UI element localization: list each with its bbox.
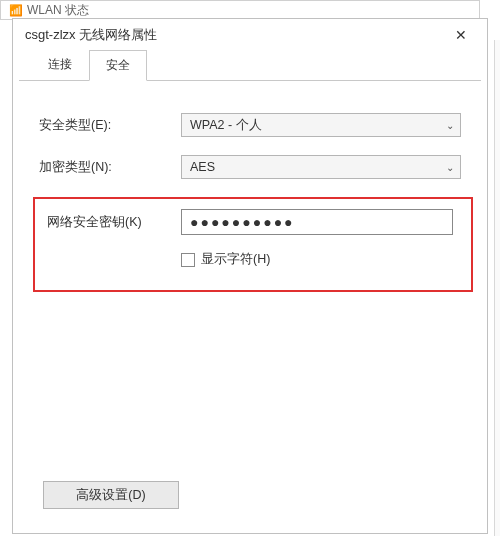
dropdown-value: WPA2 - 个人: [190, 117, 262, 134]
properties-dialog: csgt-zlzx 无线网络属性 ✕ 连接 安全 安全类型(E): WPA2 -…: [12, 18, 488, 534]
row-security-type: 安全类型(E): WPA2 - 个人 ⌄: [39, 113, 461, 137]
label-security-type: 安全类型(E):: [39, 117, 181, 134]
row-network-key: 网络安全密钥(K) ●●●●●●●●●●: [47, 209, 453, 235]
close-button[interactable]: ✕: [443, 21, 479, 49]
dropdown-encryption-type[interactable]: AES ⌄: [181, 155, 461, 179]
dialog-title: csgt-zlzx 无线网络属性: [25, 26, 157, 44]
tab-strip: 连接 安全: [19, 51, 481, 81]
dialog-titlebar: csgt-zlzx 无线网络属性 ✕: [13, 19, 487, 51]
tab-security[interactable]: 安全: [89, 50, 147, 81]
parent-window-titlebar: 📶 WLAN 状态: [0, 0, 480, 20]
row-encryption-type: 加密类型(N): AES ⌄: [39, 155, 461, 179]
input-network-key[interactable]: ●●●●●●●●●●: [181, 209, 453, 235]
label-show-chars: 显示字符(H): [201, 251, 270, 268]
label-encryption-type: 加密类型(N):: [39, 159, 181, 176]
chevron-down-icon: ⌄: [446, 162, 454, 173]
advanced-settings-button[interactable]: 高级设置(D): [43, 481, 179, 509]
checkbox-show-chars[interactable]: [181, 253, 195, 267]
right-margin: [494, 40, 500, 536]
dropdown-security-type[interactable]: WPA2 - 个人 ⌄: [181, 113, 461, 137]
tab-content: 安全类型(E): WPA2 - 个人 ⌄ 加密类型(N): AES ⌄ 网络安全…: [13, 81, 487, 302]
signal-icon: 📶: [9, 4, 23, 17]
dropdown-value: AES: [190, 160, 215, 174]
chevron-down-icon: ⌄: [446, 120, 454, 131]
highlighted-area: 网络安全密钥(K) ●●●●●●●●●● 显示字符(H): [33, 197, 473, 292]
close-icon: ✕: [455, 27, 467, 43]
parent-window-title: WLAN 状态: [27, 2, 89, 19]
label-network-key: 网络安全密钥(K): [47, 214, 181, 231]
tab-connection[interactable]: 连接: [31, 49, 89, 80]
row-show-chars: 显示字符(H): [181, 251, 453, 268]
